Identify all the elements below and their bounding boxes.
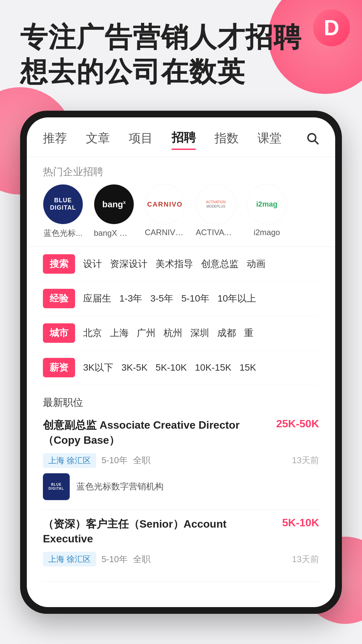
filter-tag-city[interactable]: 城市 (43, 323, 75, 343)
job-location-1: 上海 徐汇区 (43, 453, 96, 468)
job-company-name-1: 蓝色光标数字营销机构 (76, 481, 164, 492)
filter-opt-beijing[interactable]: 北京 (83, 327, 102, 339)
filter-opt-senior-design[interactable]: 资深设计 (110, 258, 147, 270)
job-top-1: 创意副总监 Associate Creative Director（Copy B… (43, 418, 319, 448)
filter-opt-creative-director[interactable]: 创意总监 (201, 258, 239, 270)
job-title-1: 创意副总监 Associate Creative Director（Copy B… (43, 418, 271, 448)
company-logo-blue-digital: BLUEDIGITAL (43, 184, 83, 224)
jobs-section-title: 最新职位 (43, 396, 319, 410)
hero-line1: 专注广告营销人才招聘 (20, 22, 302, 52)
company-logos-row: BLUEDIGITAL 蓝色光标... bangx bangX 上海 (27, 184, 335, 247)
filter-section: 搜索 设计 资深设计 美术指导 创意总监 动画 经验 应届生 1-3年 3-5年… (27, 247, 335, 385)
job-experience-2: 5-10年 (102, 553, 128, 565)
job-card-1[interactable]: 创意副总监 Associate Creative Director（Copy B… (43, 418, 319, 510)
company-name-carnivo: CARNIVO... (145, 228, 185, 237)
filter-opt-animation[interactable]: 动画 (247, 258, 265, 270)
company-logo-i2mago: i2mag (247, 184, 287, 224)
job-time-2: 13天前 (292, 553, 319, 565)
job-type-2: 全职 (133, 553, 150, 565)
svg-line-1 (315, 141, 318, 144)
hot-companies-label: 热门企业招聘 (27, 157, 335, 184)
filter-opt-chengdu[interactable]: 成都 (217, 327, 236, 339)
filter-tag-search[interactable]: 搜索 (43, 254, 75, 274)
app-nav: 推荐 文章 项目 招聘 指数 课堂 (27, 117, 335, 157)
filter-opt-shanghai[interactable]: 上海 (110, 327, 129, 339)
job-salary-1: 25K-50K (276, 418, 319, 430)
job-type-1: 全职 (133, 454, 150, 466)
filter-row-city: 城市 北京 上海 广州 杭州 深圳 成都 重 (43, 316, 319, 351)
nav-item-project[interactable]: 项目 (129, 130, 153, 149)
phone-mockup: 推荐 文章 项目 招聘 指数 课堂 热门企业招聘 (20, 111, 362, 644)
company-logo-bangx: bangx (94, 184, 134, 224)
phone-frame: 推荐 文章 项目 招聘 指数 课堂 热门企业招聘 (20, 111, 342, 614)
filter-row-salary: 薪资 3K以下 3K-5K 5K-10K 10K-15K 15K (43, 351, 319, 385)
filter-opt-10-15k[interactable]: 10K-15K (195, 362, 231, 373)
app-logo[interactable]: D (313, 9, 350, 46)
job-meta-1: 上海 徐汇区 5-10年 全职 13天前 (43, 453, 319, 468)
filter-opt-15k[interactable]: 15K (239, 362, 256, 373)
company-logo-carnivo: CARNIVO (145, 184, 185, 224)
jobs-section: 最新职位 创意副总监 Associate Creative Director（C… (27, 385, 335, 582)
filter-opt-guangzhou[interactable]: 广州 (137, 327, 156, 339)
filter-opt-design[interactable]: 设计 (83, 258, 102, 270)
search-icon[interactable] (306, 131, 319, 148)
company-name-activation: ACTIVATIO... (196, 228, 236, 237)
nav-item-course[interactable]: 课堂 (257, 130, 282, 149)
job-meta-2: 上海 徐汇区 5-10年 全职 13天前 (43, 552, 319, 567)
filter-opt-art-director[interactable]: 美术指导 (156, 258, 193, 270)
company-bangx[interactable]: bangx bangX 上海 (94, 184, 134, 238)
company-blue-digital[interactable]: BLUEDIGITAL 蓝色光标... (43, 184, 83, 238)
nav-item-article[interactable]: 文章 (86, 130, 110, 149)
job-company-1: BLUEDIGITAL 蓝色光标数字营销机构 (43, 473, 319, 500)
company-name-blue-digital: 蓝色光标... (44, 228, 82, 238)
filter-opt-3-5k[interactable]: 3K-5K (121, 362, 147, 373)
job-salary-2: 5K-10K (282, 517, 319, 529)
filter-tag-salary[interactable]: 薪资 (43, 358, 75, 377)
company-i2mago[interactable]: i2mag i2mago (247, 184, 287, 237)
filter-tag-experience[interactable]: 经验 (43, 289, 75, 308)
hero-section: 专注广告营销人才招聘 想去的公司在数英 (20, 20, 308, 89)
company-carnivo[interactable]: CARNIVO CARNIVO... (145, 184, 185, 237)
filter-opt-10plus[interactable]: 10年以上 (218, 292, 256, 305)
filter-row-experience: 经验 应届生 1-3年 3-5年 5-10年 10年以上 (43, 281, 319, 316)
company-activation[interactable]: ACTIVATION MODEPLUS ACTIVATIO... (196, 184, 236, 237)
filter-opt-5-10[interactable]: 5-10年 (181, 292, 209, 305)
filter-opt-more-city[interactable]: 重 (244, 327, 253, 339)
filter-opt-3-5[interactable]: 3-5年 (150, 292, 173, 305)
hero-line2: 想去的公司在数英 (20, 56, 245, 87)
filter-opt-5-10k[interactable]: 5K-10K (156, 362, 187, 373)
nav-item-recommend[interactable]: 推荐 (43, 130, 67, 149)
filter-opt-hangzhou[interactable]: 杭州 (164, 327, 182, 339)
job-title-2: （资深）客户主任（Senior）Account Executive (43, 517, 277, 547)
filter-opt-shenzhen[interactable]: 深圳 (190, 327, 209, 339)
company-name-i2mago: i2mago (254, 228, 280, 237)
hero-title: 专注广告营销人才招聘 想去的公司在数英 (20, 20, 308, 89)
job-company-logo-1: BLUEDIGITAL (43, 473, 70, 500)
job-top-2: （资深）客户主任（Senior）Account Executive 5K-10K (43, 517, 319, 547)
job-location-2: 上海 徐汇区 (43, 552, 96, 567)
logo-letter: D (324, 17, 339, 39)
job-card-2[interactable]: （资深）客户主任（Senior）Account Executive 5K-10K… (43, 517, 319, 582)
phone-screen: 推荐 文章 项目 招聘 指数 课堂 热门企业招聘 (27, 117, 335, 607)
company-name-bangx: bangX 上海 (94, 228, 134, 238)
filter-row-search: 搜索 设计 资深设计 美术指导 创意总监 动画 (43, 247, 319, 281)
job-time-1: 13天前 (292, 454, 319, 466)
filter-opt-1-3[interactable]: 1-3年 (119, 292, 142, 305)
nav-item-jobs[interactable]: 招聘 (172, 129, 196, 150)
job-experience-1: 5-10年 (102, 454, 128, 466)
company-logo-activation: ACTIVATION MODEPLUS (196, 184, 236, 224)
filter-opt-3k-below[interactable]: 3K以下 (83, 361, 113, 374)
nav-item-index[interactable]: 指数 (215, 130, 239, 149)
filter-opt-fresh[interactable]: 应届生 (83, 292, 111, 305)
